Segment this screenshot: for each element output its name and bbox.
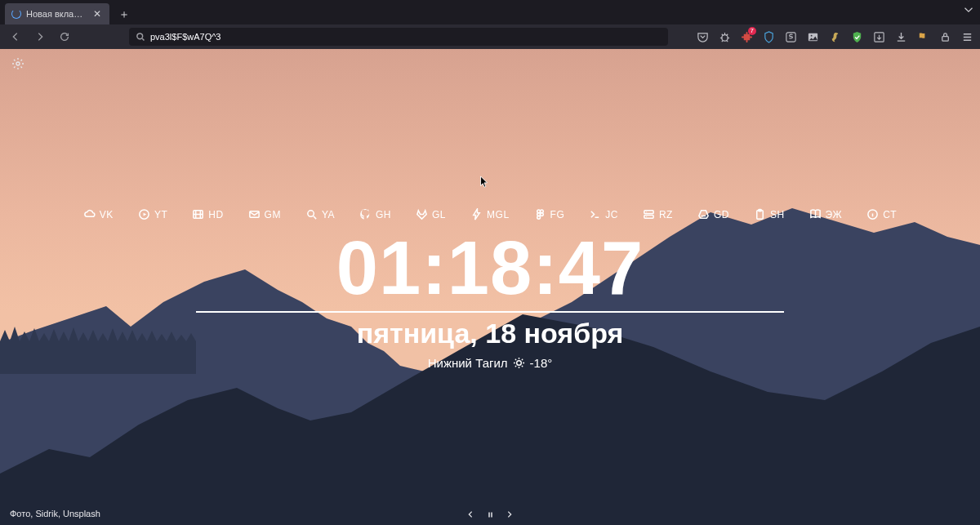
shortcut-yt[interactable]: YT xyxy=(138,208,167,220)
book-icon xyxy=(809,208,822,220)
shortcut-label: RZ xyxy=(659,209,673,220)
svg-rect-6 xyxy=(942,36,948,41)
shortcut-hd[interactable]: HD xyxy=(192,208,223,220)
shortcut-label: YT xyxy=(154,209,167,220)
shortcut-jc[interactable]: JC xyxy=(589,208,618,220)
close-tab-icon[interactable]: ✕ xyxy=(91,8,103,20)
shield-browsec-icon[interactable] xyxy=(762,30,775,43)
svg-point-0 xyxy=(137,33,143,39)
mouse-cursor-icon xyxy=(479,176,489,189)
gitlab-icon xyxy=(416,208,428,220)
shortcut-gl[interactable]: GL xyxy=(416,208,446,220)
svg-point-4 xyxy=(810,34,812,36)
shortcut-ezh[interactable]: ЭЖ xyxy=(809,208,843,220)
shortcut-row: VK YT HD GM YA GH GL MGL FG JC RZ GD SH … xyxy=(0,208,980,220)
extension-badge: 7 xyxy=(748,27,756,35)
shortcut-gm[interactable]: GM xyxy=(248,208,281,220)
new-tab-button[interactable]: ＋ xyxy=(114,5,134,24)
shortcut-fg[interactable]: FG xyxy=(534,208,565,220)
shortcut-label: MGL xyxy=(487,209,510,220)
extension-picture-icon[interactable] xyxy=(806,30,819,43)
shortcut-rz[interactable]: RZ xyxy=(643,208,673,220)
extension-flag-icon[interactable] xyxy=(916,30,929,43)
search-icon xyxy=(136,32,145,42)
shortcut-label: GL xyxy=(432,209,446,220)
url-input[interactable] xyxy=(150,32,662,42)
shortcut-label: GH xyxy=(376,209,391,220)
prev-wallpaper-button[interactable] xyxy=(465,509,476,520)
svg-point-16 xyxy=(537,216,540,219)
extension-seahorse-icon[interactable] xyxy=(828,30,841,43)
browser-tab[interactable]: Новая вкладка ✕ xyxy=(5,3,109,24)
clock-time: 01:18:47 xyxy=(336,229,644,308)
weather-city: Нижний Тагил xyxy=(428,356,508,370)
downloads-icon[interactable] xyxy=(894,30,907,43)
app-menu-button[interactable] xyxy=(960,30,973,43)
weather-temp: -18° xyxy=(530,356,553,370)
navigation-toolbar: 7 xyxy=(0,24,980,49)
shortcut-label: GD xyxy=(714,209,729,220)
shortcut-mgl[interactable]: MGL xyxy=(470,208,510,220)
shortcut-sh[interactable]: SH xyxy=(754,208,785,220)
svg-point-20 xyxy=(646,216,647,217)
save-page-icon[interactable] xyxy=(872,30,885,43)
pause-wallpaper-button[interactable] xyxy=(484,509,496,520)
extension-bug-icon[interactable] xyxy=(718,30,731,43)
settings-gear-icon[interactable] xyxy=(11,57,26,72)
shortcut-label: CT xyxy=(883,209,897,220)
svg-point-24 xyxy=(516,360,521,365)
stylus-s-icon[interactable] xyxy=(784,30,797,43)
play-icon xyxy=(138,208,150,220)
lock-icon[interactable] xyxy=(938,30,951,43)
clock-widget: 01:18:47 пятница, 18 ноября Нижний Тагил… xyxy=(0,229,980,370)
tabs-dropdown-icon[interactable] xyxy=(964,5,973,16)
tab-loading-spinner-icon xyxy=(11,9,21,19)
tab-strip: Новая вкладка ✕ ＋ xyxy=(0,0,980,24)
photo-attribution[interactable]: Фото, Sidrik, Unsplash xyxy=(10,509,100,518)
shortcut-ct[interactable]: CT xyxy=(866,208,897,220)
back-button[interactable] xyxy=(7,28,24,46)
shortcut-gh[interactable]: GH xyxy=(359,208,391,220)
mail-icon xyxy=(248,208,261,220)
svg-point-7 xyxy=(16,62,20,65)
adguard-shield-icon[interactable] xyxy=(850,30,863,43)
svg-point-1 xyxy=(721,34,728,41)
svg-rect-10 xyxy=(249,211,258,218)
server-icon xyxy=(643,208,655,220)
figma-icon xyxy=(534,208,546,220)
cloud-icon xyxy=(83,208,96,220)
shortcut-label: GM xyxy=(265,209,281,220)
shortcut-gd[interactable]: GD xyxy=(697,208,729,220)
shortcut-label: HD xyxy=(208,209,223,220)
clock-divider xyxy=(196,311,784,313)
sun-icon xyxy=(513,357,525,369)
forward-button[interactable] xyxy=(31,28,49,46)
bolt-icon xyxy=(470,208,483,220)
terminal-icon xyxy=(589,208,601,220)
shortcut-ya[interactable]: YA xyxy=(305,208,335,220)
shortcut-label: FG xyxy=(550,209,565,220)
reload-button[interactable] xyxy=(56,28,74,46)
shortcut-label: VK xyxy=(100,209,114,220)
extension-puzzle-icon[interactable]: 7 xyxy=(740,30,753,43)
new-tab-page: VK YT HD GM YA GH GL MGL FG JC RZ GD SH … xyxy=(0,49,980,525)
shortcut-label: SH xyxy=(770,209,785,220)
url-bar[interactable] xyxy=(129,28,668,46)
svg-rect-17 xyxy=(644,211,653,214)
wallpaper-controls xyxy=(465,509,515,520)
shortcut-label: YA xyxy=(322,209,335,220)
github-icon xyxy=(359,208,372,220)
search-icon xyxy=(305,208,318,220)
weather-widget[interactable]: Нижний Тагил -18° xyxy=(428,356,553,370)
clipboard-icon xyxy=(754,208,766,220)
next-wallpaper-button[interactable] xyxy=(504,509,515,520)
pocket-icon[interactable] xyxy=(696,30,709,43)
film-icon xyxy=(192,208,204,220)
svg-point-19 xyxy=(646,211,647,212)
drive-icon xyxy=(697,208,710,220)
shortcut-label: ЭЖ xyxy=(826,209,843,220)
toolbar-extensions: 7 xyxy=(696,30,973,43)
svg-rect-18 xyxy=(644,215,653,218)
shortcut-vk[interactable]: VK xyxy=(83,208,114,220)
info-icon xyxy=(866,208,879,220)
